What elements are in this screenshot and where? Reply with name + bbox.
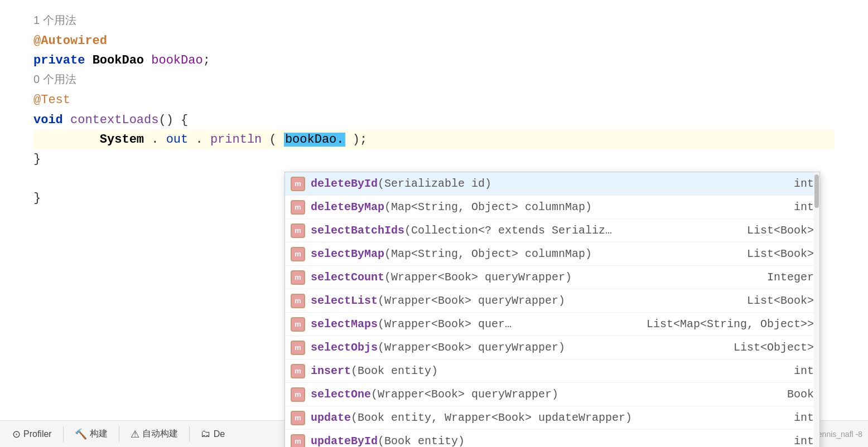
autocomplete-item[interactable]: mupdate(Book entity, Wrapper<Book> updat… xyxy=(285,406,819,430)
kw-println: println xyxy=(210,133,262,147)
method-name: selectBatchIds xyxy=(311,224,404,237)
method-icon: m xyxy=(291,294,305,308)
autocomplete-item[interactable]: mupdateById(Book entity)int xyxy=(285,430,819,447)
method-icon: m xyxy=(291,364,305,378)
autocomplete-item[interactable]: mdeleteByMap(Map<String, Object> columnM… xyxy=(285,196,819,219)
indent-spaces xyxy=(33,133,93,147)
method-params: (Map<String, Object> columnMap) xyxy=(384,201,592,213)
method-icon: m xyxy=(291,411,305,425)
divider-3 xyxy=(189,426,190,442)
autocomplete-scrollbar[interactable] xyxy=(814,172,819,447)
dot-2: . xyxy=(195,133,202,147)
profiler-label: Profiler xyxy=(23,429,52,439)
brace-close-1: } xyxy=(33,149,41,169)
kw-method-contextloads: contextLoads xyxy=(70,110,158,130)
method-params: (Book entity) xyxy=(351,365,438,377)
autocomplete-item[interactable]: mselectBatchIds(Collection<? extends Ser… xyxy=(285,219,819,242)
de-label: De xyxy=(214,429,225,439)
kw-system: System xyxy=(100,133,144,147)
autocomplete-item[interactable]: mdeleteById(Serializable id)int xyxy=(285,172,819,196)
method-params: (Wrapper<Book> queryWrapper) xyxy=(371,388,558,401)
code-line-autowired: @Autowired xyxy=(33,31,835,51)
method-name: selectList xyxy=(311,294,378,307)
method-icon: m xyxy=(291,387,305,402)
semicolon-1: ; xyxy=(203,51,210,70)
method-name: deleteById xyxy=(311,177,378,190)
method-params: (Wrapper<Book> quer… xyxy=(378,318,512,331)
kw-class-bookdao: BookDao xyxy=(93,51,152,70)
code-line-println: System . out . println ( bookDao. ); xyxy=(33,130,835,149)
method-return-type: List<Object> xyxy=(722,341,814,354)
kw-var-bookdao: bookDao xyxy=(151,51,202,70)
method-params: (Serializable id) xyxy=(378,177,491,190)
annotation-autowired: @Autowired xyxy=(33,31,107,51)
line-col-badge: -8 xyxy=(856,430,862,439)
method-return-type: List<Book> xyxy=(736,224,814,237)
autocomplete-scrollbar-thumb[interactable] xyxy=(814,174,819,208)
divider-1 xyxy=(63,426,64,442)
method-params: (Wrapper<Book> queryWrapper) xyxy=(378,341,565,354)
open-paren: ( xyxy=(269,133,277,147)
autocomplete-item[interactable]: mselectList(Wrapper<Book> queryWrapper)L… xyxy=(285,289,819,313)
method-name: update xyxy=(311,411,351,424)
method-icon: m xyxy=(291,224,305,238)
kw-out: out xyxy=(166,133,189,147)
method-return-type: int xyxy=(783,365,814,377)
method-params: (Map<String, Object> columnMap) xyxy=(384,247,592,260)
bookdao-cursor: bookDao. xyxy=(284,133,345,147)
build-button[interactable]: 🔨 构建 xyxy=(68,426,114,443)
method-params: (Wrapper<Book> queryWrapper) xyxy=(384,271,572,284)
method-parens: () { xyxy=(158,110,188,130)
autocomplete-item[interactable]: mselectOne(Wrapper<Book> queryWrapper)Bo… xyxy=(285,383,819,406)
method-return-type: List<Book> xyxy=(736,294,814,307)
method-return-type: int xyxy=(783,435,814,447)
autocomplete-item[interactable]: mselectMaps(Wrapper<Book> quer…List<Map<… xyxy=(285,313,819,336)
divider-2 xyxy=(119,426,119,442)
usage-hint-2: 0 个用法 xyxy=(33,70,835,88)
autocomplete-items-list: mdeleteById(Serializable id)intmdeleteBy… xyxy=(285,172,819,447)
method-name: selectObjs xyxy=(311,341,378,354)
autocomplete-item[interactable]: minsert(Book entity)int xyxy=(285,359,819,383)
method-return-type: int xyxy=(783,201,814,213)
de-icon: 🗂 xyxy=(201,428,211,440)
method-return-type: List<Book> xyxy=(736,247,814,260)
autocomplete-item[interactable]: mselectByMap(Map<String, Object> columnM… xyxy=(285,242,819,266)
build-icon: 🔨 xyxy=(75,428,87,440)
autocomplete-item[interactable]: mselectObjs(Wrapper<Book> queryWrapper)L… xyxy=(285,336,819,359)
method-icon: m xyxy=(291,200,305,215)
method-return-type: int xyxy=(783,411,814,424)
method-icon: m xyxy=(291,270,305,285)
usage-hint-1: 1 个用法 xyxy=(33,11,835,29)
method-name: selectByMap xyxy=(311,247,384,260)
close-paren-semi: ); xyxy=(353,133,367,147)
auto-build-icon: ⚠ xyxy=(131,428,139,440)
method-name: selectMaps xyxy=(311,318,378,331)
code-line-method: void contextLoads () { xyxy=(33,110,835,130)
de-button[interactable]: 🗂 De xyxy=(194,426,232,442)
method-params: (Collection<? extends Serializ… xyxy=(404,224,612,237)
code-line-field: private BookDao bookDao ; xyxy=(33,51,835,70)
method-params: (Book entity) xyxy=(378,435,465,447)
method-name: selectOne xyxy=(311,388,371,401)
kw-void: void xyxy=(33,110,70,130)
method-return-type: int xyxy=(783,177,814,190)
method-icon: m xyxy=(291,341,305,355)
method-icon: m xyxy=(291,247,305,261)
method-icon: m xyxy=(291,434,305,448)
profiler-icon: ⊙ xyxy=(12,428,21,440)
method-return-type: Book xyxy=(776,388,814,401)
method-return-type: List<Map<String, Object>> xyxy=(635,318,814,331)
method-name: updateById xyxy=(311,435,378,447)
method-params: (Wrapper<Book> queryWrapper) xyxy=(378,294,565,307)
autocomplete-item[interactable]: mselectCount(Wrapper<Book> queryWrapper)… xyxy=(285,266,819,289)
method-return-type: Integer xyxy=(756,271,814,284)
auto-build-button[interactable]: ⚠ 自动构建 xyxy=(124,426,185,443)
profiler-button[interactable]: ⊙ Profiler xyxy=(6,426,59,443)
kw-private: private xyxy=(33,51,93,70)
method-name: insert xyxy=(311,365,351,377)
method-name: selectCount xyxy=(311,271,384,284)
code-line-test: @Test xyxy=(33,90,835,110)
annotation-test: @Test xyxy=(33,90,70,110)
auto-build-label: 自动构建 xyxy=(142,428,178,440)
autocomplete-dropdown[interactable]: mdeleteById(Serializable id)intmdeleteBy… xyxy=(284,172,820,447)
